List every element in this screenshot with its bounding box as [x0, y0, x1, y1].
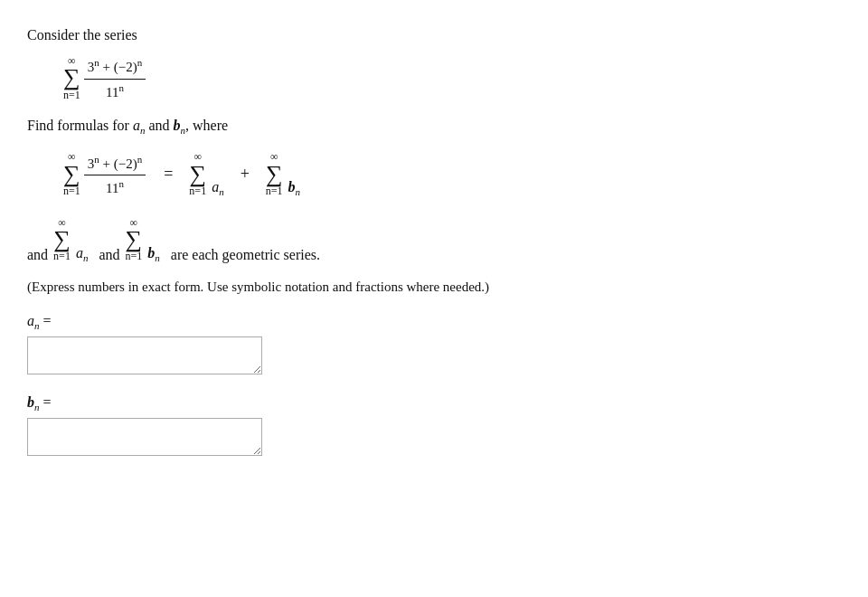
consider-text: Consider the series — [27, 27, 137, 43]
sigma-sub-an: n=1 — [189, 185, 206, 197]
express-note-text: (Express numbers in exact form. Use symb… — [27, 280, 489, 294]
an-answer-label-text: an — [27, 313, 40, 328]
fraction-denominator: 11n — [102, 80, 127, 102]
sigma-limits-main: ∞ ∑ n=1 — [63, 54, 80, 101]
plus-sign: + — [241, 165, 250, 184]
find-label: Find formulas for — [27, 118, 133, 133]
sigma-limits-eq: ∞ ∑ n=1 — [63, 150, 80, 197]
and-sigma-bn: ∞ ∑ n=1 bn — [126, 216, 160, 263]
bn-input[interactable] — [27, 418, 262, 456]
bn-input-wrapper — [27, 418, 262, 460]
find-formulas-text: Find formulas for an and bn, where — [27, 118, 841, 136]
sigma-symbol-and-bn: ∑ — [126, 229, 143, 250]
sigma-limits-and-bn: ∞ ∑ n=1 — [126, 216, 143, 263]
sigma-sub-and-bn: n=1 — [126, 250, 143, 262]
sigma-symbol-and-an: ∑ — [53, 229, 71, 250]
bn-answer-block: bn = — [27, 394, 841, 460]
sigma-sub-bn: n=1 — [266, 185, 283, 197]
eq-fraction-den: 11n — [102, 175, 127, 198]
find-where: , where — [185, 118, 228, 133]
bn-answer-label-text: bn — [27, 394, 40, 410]
main-fraction: 3n + (−2)n 11n — [84, 56, 146, 101]
an-input-wrapper — [27, 336, 262, 378]
bn-equals: = — [43, 394, 52, 410]
bn-answer-label: bn = — [27, 394, 841, 412]
an-sum-label: an — [212, 179, 224, 197]
sigma-symbol-eq: ∑ — [63, 164, 80, 185]
sigma-sub-main: n=1 — [63, 89, 80, 101]
main-series: ∞ ∑ n=1 3n + (−2)n 11n — [63, 54, 841, 101]
eq-right-an: ∞ ∑ n=1 an — [189, 150, 223, 197]
eq-fraction: 3n + (−2)n 11n — [84, 153, 146, 198]
an-input[interactable] — [27, 336, 262, 374]
sigma-symbol-main: ∑ — [63, 67, 80, 88]
and-text-1: and — [27, 247, 48, 263]
an-text: an — [133, 118, 146, 133]
and-bn-label: bn — [147, 245, 160, 263]
bn-text: bn — [173, 118, 185, 133]
main-series-sigma: ∞ ∑ n=1 3n + (−2)n 11n — [63, 54, 147, 101]
fraction-numerator: 3n + (−2)n — [84, 56, 146, 80]
consider-label: Consider the series — [27, 27, 841, 43]
find-and: and — [145, 118, 173, 133]
sigma-sub-and-an: n=1 — [53, 250, 71, 262]
are-each-text: are each geometric series. — [171, 247, 320, 263]
and-sigma-an: ∞ ∑ n=1 an — [53, 216, 88, 263]
sigma-symbol-bn: ∑ — [266, 164, 283, 185]
sigma-limits-an: ∞ ∑ n=1 — [189, 150, 206, 197]
page-content: Consider the series ∞ ∑ n=1 3n + (−2)n 1… — [27, 18, 841, 460]
and-an-label: an — [76, 245, 89, 263]
and-geometric-row: and ∞ ∑ n=1 an and ∞ ∑ n=1 bn are each g… — [27, 216, 841, 263]
eq-left-sigma: ∞ ∑ n=1 3n + (−2)n 11n — [63, 150, 147, 197]
bn-sum-label: bn — [288, 179, 301, 197]
sigma-sub-eq: n=1 — [63, 185, 80, 197]
express-note: (Express numbers in exact form. Use symb… — [27, 280, 841, 295]
an-answer-block: an = — [27, 313, 841, 378]
and-text-2: and — [99, 247, 119, 263]
equals-sign: = — [164, 165, 173, 184]
eq-right-bn: ∞ ∑ n=1 bn — [266, 150, 300, 197]
sigma-symbol-an: ∑ — [189, 164, 206, 185]
eq-fraction-num: 3n + (−2)n — [84, 153, 146, 176]
an-answer-label: an = — [27, 313, 841, 331]
equation-row: ∞ ∑ n=1 3n + (−2)n 11n = ∞ ∑ n=1 an + ∞ — [63, 150, 841, 197]
sigma-limits-and-an: ∞ ∑ n=1 — [53, 216, 71, 263]
sigma-limits-bn: ∞ ∑ n=1 — [266, 150, 283, 197]
an-equals: = — [43, 313, 52, 328]
